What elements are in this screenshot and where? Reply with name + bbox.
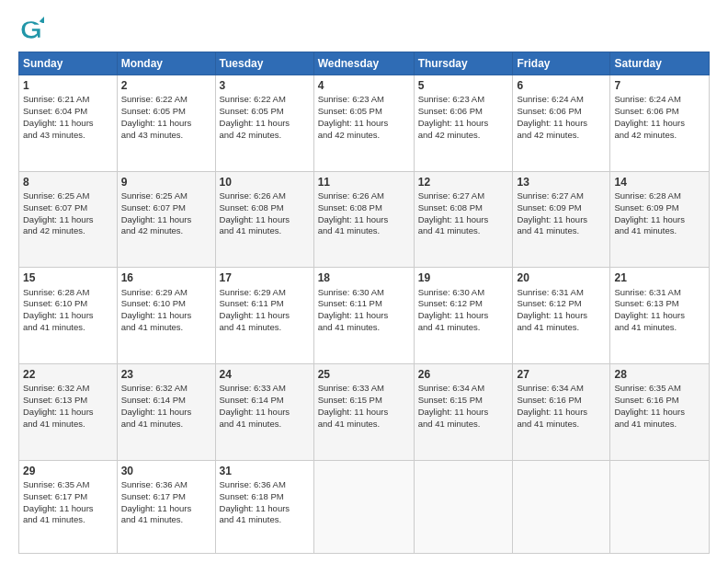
calendar-cell: 19Sunrise: 6:30 AMSunset: 6:12 PMDayligh… — [414, 268, 513, 364]
calendar-cell: 26Sunrise: 6:34 AMSunset: 6:15 PMDayligh… — [414, 364, 513, 461]
calendar-cell: 25Sunrise: 6:33 AMSunset: 6:15 PMDayligh… — [313, 364, 414, 461]
calendar-header-friday: Friday — [513, 52, 610, 75]
day-number: 6 — [517, 78, 606, 93]
calendar-cell: 21Sunrise: 6:31 AMSunset: 6:13 PMDayligh… — [610, 268, 710, 364]
day-number: 4 — [318, 78, 410, 93]
day-number: 17 — [220, 270, 310, 285]
calendar-cell: 28Sunrise: 6:35 AMSunset: 6:16 PMDayligh… — [610, 364, 710, 461]
calendar-header-sunday: Sunday — [19, 52, 118, 75]
calendar-cell: 20Sunrise: 6:31 AMSunset: 6:12 PMDayligh… — [513, 268, 610, 364]
calendar-cell: 15Sunrise: 6:28 AMSunset: 6:10 PMDayligh… — [19, 268, 118, 364]
day-number: 13 — [517, 175, 606, 190]
calendar-week-2: 8Sunrise: 6:25 AMSunset: 6:07 PMDaylight… — [19, 171, 710, 268]
calendar-cell: 13Sunrise: 6:27 AMSunset: 6:09 PMDayligh… — [513, 171, 610, 268]
calendar-cell: 24Sunrise: 6:33 AMSunset: 6:14 PMDayligh… — [215, 364, 313, 461]
calendar-header-saturday: Saturday — [610, 52, 710, 75]
calendar-week-3: 15Sunrise: 6:28 AMSunset: 6:10 PMDayligh… — [19, 268, 710, 364]
calendar-cell: 4Sunrise: 6:23 AMSunset: 6:05 PMDaylight… — [313, 75, 414, 172]
day-number: 16 — [121, 270, 211, 285]
day-number: 21 — [614, 270, 705, 285]
calendar-cell: 7Sunrise: 6:24 AMSunset: 6:06 PMDaylight… — [610, 75, 710, 172]
calendar-cell: 30Sunrise: 6:36 AMSunset: 6:17 PMDayligh… — [117, 460, 215, 553]
calendar-cell: 29Sunrise: 6:35 AMSunset: 6:17 PMDayligh… — [19, 460, 118, 553]
calendar-cell: 16Sunrise: 6:29 AMSunset: 6:10 PMDayligh… — [117, 268, 215, 364]
day-number: 27 — [517, 367, 606, 382]
logo-icon — [18, 17, 44, 42]
day-number: 15 — [23, 270, 113, 285]
header — [18, 17, 710, 42]
calendar-header-tuesday: Tuesday — [215, 52, 313, 75]
calendar-header-thursday: Thursday — [414, 52, 513, 75]
page: SundayMondayTuesdayWednesdayThursdayFrid… — [0, 0, 728, 563]
day-number: 8 — [23, 175, 113, 190]
calendar-cell: 22Sunrise: 6:32 AMSunset: 6:13 PMDayligh… — [19, 364, 118, 461]
day-number: 31 — [220, 464, 310, 478]
calendar-header-monday: Monday — [117, 52, 215, 75]
day-number: 20 — [517, 270, 606, 285]
day-number: 12 — [418, 175, 509, 190]
day-number: 11 — [318, 175, 410, 190]
calendar-cell: 14Sunrise: 6:28 AMSunset: 6:09 PMDayligh… — [610, 171, 710, 268]
calendar-cell: 12Sunrise: 6:27 AMSunset: 6:08 PMDayligh… — [414, 171, 513, 268]
day-number: 7 — [614, 78, 705, 93]
calendar-week-5: 29Sunrise: 6:35 AMSunset: 6:17 PMDayligh… — [19, 460, 710, 553]
calendar-cell — [313, 460, 414, 553]
day-number: 30 — [121, 464, 211, 478]
day-number: 23 — [121, 367, 211, 382]
calendar-cell: 18Sunrise: 6:30 AMSunset: 6:11 PMDayligh… — [313, 268, 414, 364]
calendar-week-1: 1Sunrise: 6:21 AMSunset: 6:04 PMDaylight… — [19, 75, 710, 172]
calendar-cell: 5Sunrise: 6:23 AMSunset: 6:06 PMDaylight… — [414, 75, 513, 172]
day-number: 26 — [418, 367, 509, 382]
calendar-cell: 11Sunrise: 6:26 AMSunset: 6:08 PMDayligh… — [313, 171, 414, 268]
day-number: 28 — [614, 367, 705, 382]
calendar-cell: 31Sunrise: 6:36 AMSunset: 6:18 PMDayligh… — [215, 460, 313, 553]
day-number: 3 — [220, 78, 310, 93]
calendar-cell: 10Sunrise: 6:26 AMSunset: 6:08 PMDayligh… — [215, 171, 313, 268]
day-number: 29 — [23, 464, 113, 478]
logo — [18, 17, 48, 42]
day-number: 9 — [121, 175, 211, 190]
day-number: 18 — [318, 270, 410, 285]
calendar-cell — [513, 460, 610, 553]
calendar-header-wednesday: Wednesday — [313, 52, 414, 75]
calendar-week-4: 22Sunrise: 6:32 AMSunset: 6:13 PMDayligh… — [19, 364, 710, 461]
day-number: 5 — [418, 78, 509, 93]
calendar-header-row: SundayMondayTuesdayWednesdayThursdayFrid… — [19, 52, 710, 75]
day-number: 10 — [220, 175, 310, 190]
day-number: 2 — [121, 78, 211, 93]
day-number: 24 — [220, 367, 310, 382]
calendar-cell: 2Sunrise: 6:22 AMSunset: 6:05 PMDaylight… — [117, 75, 215, 172]
calendar-cell: 23Sunrise: 6:32 AMSunset: 6:14 PMDayligh… — [117, 364, 215, 461]
calendar-cell: 3Sunrise: 6:22 AMSunset: 6:05 PMDaylight… — [215, 75, 313, 172]
calendar-cell: 6Sunrise: 6:24 AMSunset: 6:06 PMDaylight… — [513, 75, 610, 172]
day-number: 1 — [23, 78, 113, 93]
day-number: 25 — [318, 367, 410, 382]
calendar-table: SundayMondayTuesdayWednesdayThursdayFrid… — [18, 52, 710, 554]
calendar-cell — [414, 460, 513, 553]
day-number: 14 — [614, 175, 705, 190]
calendar-cell: 1Sunrise: 6:21 AMSunset: 6:04 PMDaylight… — [19, 75, 118, 172]
calendar-body: 1Sunrise: 6:21 AMSunset: 6:04 PMDaylight… — [19, 75, 710, 554]
calendar-cell: 17Sunrise: 6:29 AMSunset: 6:11 PMDayligh… — [215, 268, 313, 364]
calendar-cell: 8Sunrise: 6:25 AMSunset: 6:07 PMDaylight… — [19, 171, 118, 268]
calendar-cell — [610, 460, 710, 553]
day-number: 19 — [418, 270, 509, 285]
calendar-cell: 27Sunrise: 6:34 AMSunset: 6:16 PMDayligh… — [513, 364, 610, 461]
day-number: 22 — [23, 367, 113, 382]
calendar-cell: 9Sunrise: 6:25 AMSunset: 6:07 PMDaylight… — [117, 171, 215, 268]
